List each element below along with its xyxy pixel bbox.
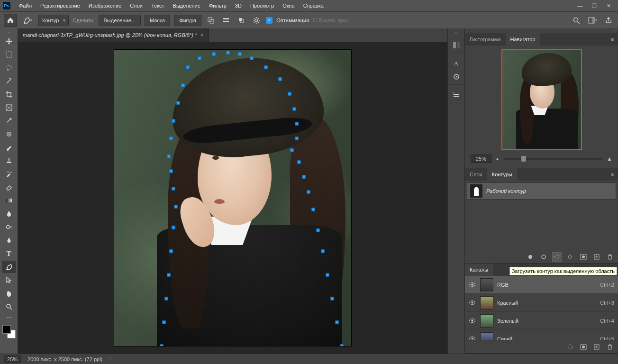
path-anchor[interactable]: [186, 66, 190, 69]
lasso-tool[interactable]: [2, 62, 16, 74]
marquee-tool[interactable]: [2, 48, 16, 61]
visibility-eye-icon[interactable]: [469, 317, 476, 324]
path-anchor[interactable]: [172, 119, 175, 122]
path-anchor[interactable]: [170, 249, 173, 253]
navigator-zoom-in-icon[interactable]: ▲: [607, 155, 612, 162]
navigator-zoom-value[interactable]: 25%: [471, 155, 491, 163]
document-tab[interactable]: mahdi-chaghari-3xTP_gWUlrg-unsplash.jpg …: [18, 28, 209, 42]
paths-panel-menu-icon[interactable]: ≡: [607, 168, 618, 181]
menu-view[interactable]: Просмотр: [246, 1, 278, 10]
zoom-tool[interactable]: [2, 300, 16, 313]
path-anchor[interactable]: [182, 83, 185, 87]
window-minimize-button[interactable]: ―: [573, 1, 587, 10]
optimize-checkbox[interactable]: ✓: [266, 17, 273, 24]
delete-path-icon[interactable]: [606, 253, 614, 261]
frame-tool[interactable]: [2, 101, 16, 114]
make-shape-button[interactable]: Фигура: [174, 15, 201, 26]
path-anchor[interactable]: [227, 51, 230, 54]
load-path-as-selection-icon[interactable]: [553, 253, 561, 261]
stroke-path-icon[interactable]: [539, 253, 548, 261]
path-anchor[interactable]: [312, 208, 315, 211]
histogram-tab[interactable]: Гистограмма: [465, 33, 506, 46]
menu-help[interactable]: Справка: [300, 1, 327, 10]
path-anchor[interactable]: [298, 161, 301, 164]
navigator-thumbnail[interactable]: [501, 49, 582, 150]
panel-grip[interactable]: »: [465, 28, 618, 33]
path-anchor[interactable]: [167, 155, 171, 158]
new-path-icon[interactable]: [592, 253, 601, 261]
window-restore-button[interactable]: ❐: [588, 1, 601, 10]
path-anchor[interactable]: [172, 226, 175, 229]
navigator-tab[interactable]: Навигатор: [506, 33, 540, 46]
history-brush-tool[interactable]: [2, 168, 16, 180]
path-arrange-icon[interactable]: [236, 15, 247, 26]
path-anchor[interactable]: [302, 175, 306, 179]
path-anchor[interactable]: [279, 78, 282, 81]
channels-tab[interactable]: Каналы: [465, 264, 493, 276]
visibility-eye-icon[interactable]: [469, 335, 476, 340]
load-channel-as-selection-icon[interactable]: [566, 343, 574, 351]
delete-channel-icon[interactable]: [606, 343, 614, 351]
path-anchor[interactable]: [170, 169, 173, 173]
menu-window[interactable]: Окно: [279, 1, 299, 10]
edit-toolbar-button[interactable]: ⋯: [2, 314, 16, 321]
healing-brush-tool[interactable]: [2, 128, 16, 140]
path-anchor[interactable]: [167, 273, 171, 276]
path-anchor[interactable]: [172, 187, 175, 191]
path-anchor[interactable]: [238, 52, 242, 55]
gradient-tool[interactable]: [2, 194, 16, 207]
path-anchor[interactable]: [340, 344, 344, 346]
path-anchor[interactable]: [198, 57, 201, 60]
actions-panel-icon[interactable]: [449, 89, 464, 101]
path-anchor[interactable]: [174, 205, 178, 208]
path-anchor[interactable]: [212, 52, 216, 55]
menu-filter[interactable]: Фильтр: [205, 1, 230, 10]
color-panel-icon[interactable]: [449, 39, 464, 51]
path-anchor[interactable]: [163, 320, 166, 324]
paragraph-panel-icon[interactable]: [449, 71, 464, 83]
foreground-color-swatch[interactable]: [2, 325, 11, 334]
path-anchor[interactable]: [293, 107, 296, 110]
path-anchor[interactable]: [288, 92, 291, 96]
visibility-eye-icon[interactable]: [469, 299, 476, 306]
visibility-eye-icon[interactable]: [469, 281, 476, 288]
path-anchor[interactable]: [307, 190, 310, 193]
canvas[interactable]: [114, 50, 351, 346]
path-anchor[interactable]: [336, 320, 339, 324]
path-anchor[interactable]: [264, 66, 268, 69]
status-zoom[interactable]: 25%: [4, 355, 21, 363]
navigator-zoom-out-icon[interactable]: ▲: [495, 156, 500, 161]
blur-tool[interactable]: [2, 208, 16, 220]
crop-tool[interactable]: [2, 88, 16, 100]
menu-text[interactable]: Текст: [147, 1, 168, 10]
new-channel-icon[interactable]: [592, 343, 601, 351]
channel-row-зеленый[interactable]: ЗеленыйCtrl+4: [465, 312, 618, 330]
dock-grip[interactable]: «: [455, 30, 457, 35]
type-tool[interactable]: T: [2, 247, 16, 260]
navigator-panel-menu-icon[interactable]: ≡: [607, 33, 618, 46]
make-work-path-icon[interactable]: [566, 253, 574, 261]
path-anchor[interactable]: [250, 57, 254, 60]
eyedropper-tool[interactable]: [2, 115, 16, 127]
path-anchor[interactable]: [291, 149, 294, 152]
menu-file[interactable]: Файл: [15, 1, 36, 10]
magic-wand-tool[interactable]: [2, 75, 16, 87]
channel-row-синий[interactable]: СинийCtrl+5: [465, 330, 618, 340]
add-mask-icon[interactable]: [579, 253, 588, 261]
menu-3d[interactable]: 3D: [231, 1, 245, 10]
character-panel-icon[interactable]: A: [449, 57, 464, 70]
make-selection-button[interactable]: Выделение...: [99, 15, 141, 26]
workspace-switcher-icon[interactable]: ▾: [587, 15, 598, 26]
channel-row-красный[interactable]: КрасныйCtrl+3: [465, 294, 618, 312]
window-close-button[interactable]: ✕: [602, 1, 615, 10]
navigator-zoom-slider[interactable]: [503, 158, 603, 160]
path-anchor[interactable]: [165, 297, 168, 300]
color-swatches[interactable]: [2, 325, 16, 338]
eraser-tool[interactable]: [2, 181, 16, 193]
menu-select[interactable]: Выделение: [169, 1, 204, 10]
brush-tool[interactable]: [2, 141, 16, 154]
path-ops-icon[interactable]: [205, 15, 217, 26]
canvas-viewport[interactable]: [18, 42, 447, 354]
paths-tab[interactable]: Контуры: [487, 168, 517, 181]
path-anchor[interactable]: [295, 122, 299, 125]
